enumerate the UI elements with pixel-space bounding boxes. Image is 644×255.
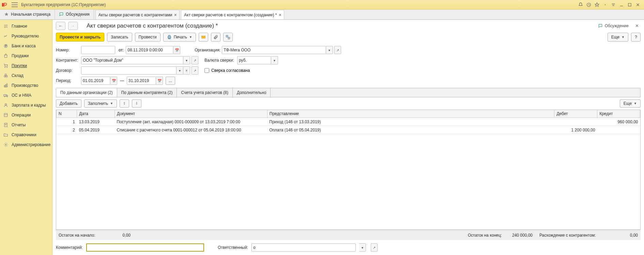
sidebar-item-warehouse[interactable]: Склад xyxy=(0,70,52,80)
dropdown-icon[interactable]: ▾ xyxy=(271,56,278,64)
sidebar-item-manager[interactable]: Руководителю xyxy=(0,31,52,41)
sidebar-item-purchases[interactable]: Покупки xyxy=(0,61,52,70)
svg-point-25 xyxy=(6,96,7,97)
close-tab-icon[interactable]: × xyxy=(174,13,177,17)
main-menu-icon[interactable] xyxy=(12,2,18,7)
help-button[interactable]: ? xyxy=(631,33,641,42)
maximize-icon[interactable] xyxy=(626,1,634,9)
clear-icon[interactable]: × xyxy=(183,66,190,75)
col-date[interactable]: Дата xyxy=(77,110,115,118)
dropdown-icon[interactable]: ▾ xyxy=(183,56,190,64)
sidebar-item-main[interactable]: Главное xyxy=(0,21,52,31)
date-input[interactable]: 08.11.2019 0:00:00 xyxy=(126,46,173,54)
nav-forward-button[interactable]: → xyxy=(68,22,78,30)
col-doc[interactable]: Документ xyxy=(115,110,267,118)
settings-icon[interactable] xyxy=(609,1,617,9)
svg-rect-0 xyxy=(2,3,4,6)
sidebar-item-sales[interactable]: Продажи xyxy=(0,51,52,61)
related-button[interactable] xyxy=(223,33,233,42)
nav-back-button[interactable]: ← xyxy=(56,22,65,30)
period-from-input[interactable]: 01.01.2019 xyxy=(81,77,110,85)
table-row[interactable]: 113.03.2019Поступление (акт, накладная) … xyxy=(57,118,640,126)
col-n[interactable]: N xyxy=(57,110,77,118)
currency-input[interactable]: руб. xyxy=(237,56,271,64)
svg-point-16 xyxy=(7,67,7,67)
print-button[interactable]: Печать▼ xyxy=(163,33,196,42)
minimize-icon[interactable] xyxy=(617,1,626,9)
counterparty-input[interactable]: ООО "Торговый Дом" xyxy=(81,56,183,64)
printer-icon xyxy=(167,35,172,39)
doc-tab-2[interactable]: Акт сверки расчетов с контрагентом (созд… xyxy=(181,10,284,19)
open-ref-icon[interactable]: ↗ xyxy=(191,56,198,64)
table-row[interactable]: 205.04.2019Списание с расчетного счета 0… xyxy=(57,126,640,134)
more-button[interactable]: Еще▼ xyxy=(608,33,628,42)
move-up-button[interactable]: ⬆ xyxy=(120,99,129,108)
post-button[interactable]: Провести xyxy=(135,33,160,42)
subtab-accounts[interactable]: Счета учета расчетов (8) xyxy=(177,88,232,97)
start-balance-value: 0,00 xyxy=(122,233,130,238)
add-row-button[interactable]: Добавить xyxy=(56,99,81,108)
cart-icon xyxy=(3,63,8,68)
from-label: от: xyxy=(119,48,124,52)
home-tab[interactable]: Начальная страница xyxy=(0,9,55,19)
journal-icon xyxy=(3,113,8,117)
post-and-close-button[interactable]: Провести и закрыть xyxy=(56,33,104,42)
agreed-checkbox[interactable] xyxy=(204,68,209,73)
contract-input[interactable] xyxy=(81,66,177,75)
sidebar-item-payroll[interactable]: Зарплата и кадры xyxy=(0,100,52,110)
org-input[interactable]: ТФ-Мега ООО xyxy=(222,46,326,54)
subtab-counterparty[interactable]: По данным контрагента (2) xyxy=(117,88,177,97)
star-icon[interactable] xyxy=(593,1,601,9)
sidebar-item-reports[interactable]: Отчеты xyxy=(0,120,52,130)
bell-icon[interactable] xyxy=(577,1,585,9)
counterparty-label: Контрагент: xyxy=(56,58,81,63)
dropdown-icon[interactable]: ▾ xyxy=(359,243,366,252)
discussion-button[interactable]: Обсуждение xyxy=(596,22,631,30)
svg-rect-18 xyxy=(6,76,7,77)
attach-button[interactable] xyxy=(211,33,220,42)
number-input[interactable] xyxy=(81,46,115,54)
sidebar-item-catalogs[interactable]: Справочники xyxy=(0,130,52,140)
report-icon xyxy=(3,123,8,127)
discussions-tab[interactable]: Обсуждения xyxy=(55,9,94,19)
sidebar-item-production[interactable]: Производство xyxy=(0,80,52,90)
comment-input[interactable] xyxy=(86,243,204,252)
open-ref-icon[interactable]: ↗ xyxy=(191,66,198,75)
sidebar-item-operations[interactable]: Операции xyxy=(0,110,52,120)
period-to-input[interactable]: 31.10.2019 xyxy=(127,77,156,85)
col-debit[interactable]: Дебет xyxy=(554,110,597,118)
dropdown-icon[interactable]: ▾ xyxy=(326,46,333,54)
close-window-icon[interactable] xyxy=(634,1,642,9)
sidebar-item-admin[interactable]: Администрирование xyxy=(0,140,52,149)
boxes-icon xyxy=(3,73,8,78)
period-choose-button[interactable]: ... xyxy=(166,77,175,85)
sidebar-item-bank[interactable]: ₽Банк и касса xyxy=(0,41,52,51)
email-button[interactable] xyxy=(199,33,208,42)
table-more-button[interactable]: Еще▼ xyxy=(620,99,641,108)
svg-point-2 xyxy=(605,4,605,5)
dot-icon[interactable] xyxy=(601,1,609,9)
save-button[interactable]: Записать xyxy=(107,33,132,42)
calendar-icon[interactable]: 📅 xyxy=(173,46,180,54)
end-balance-value: 240 000,00 xyxy=(512,233,533,238)
open-ref-icon[interactable]: ↗ xyxy=(334,46,341,54)
col-rep[interactable]: Представление xyxy=(267,110,554,118)
subtab-extra[interactable]: Дополнительно xyxy=(233,88,271,97)
open-ref-icon[interactable]: ↗ xyxy=(371,243,378,252)
move-down-button[interactable]: ⬇ xyxy=(132,99,141,108)
subtab-org[interactable]: По данным организации (2) xyxy=(56,88,117,97)
sidebar-item-assets[interactable]: ОС и НМА xyxy=(0,90,52,100)
dropdown-icon[interactable]: ▾ xyxy=(177,66,183,75)
calendar-icon[interactable]: 📅 xyxy=(156,77,163,85)
close-tab-icon[interactable]: × xyxy=(279,13,281,17)
fill-button[interactable]: Заполнить▼ xyxy=(84,99,117,108)
table: N Дата Документ Представление Дебет Кред… xyxy=(56,110,641,230)
doc-tab-1[interactable]: Акты сверки расчетов с контрагентами × xyxy=(95,10,180,19)
history-icon[interactable] xyxy=(585,1,593,9)
col-credit[interactable]: Кредит xyxy=(597,110,640,118)
responsible-input[interactable]: о xyxy=(251,243,356,252)
calendar-icon[interactable]: 📅 xyxy=(110,77,117,85)
sidebar-item-label: Зарплата и кадры xyxy=(12,103,46,108)
coin-icon: ₽ xyxy=(3,44,8,48)
close-form-icon[interactable]: × xyxy=(633,23,641,29)
